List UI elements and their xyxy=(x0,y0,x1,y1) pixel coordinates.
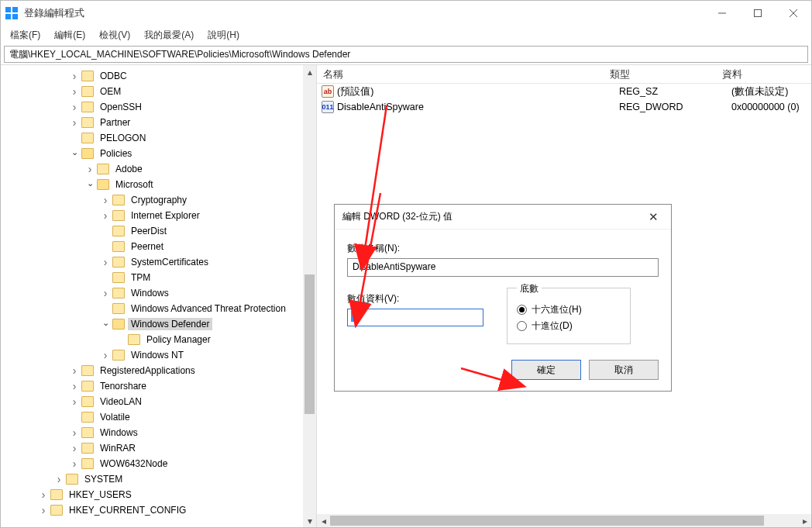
tree-item-volatile[interactable]: ·Volatile xyxy=(1,409,316,425)
tree-item-systemcertificates[interactable]: ›SystemCertificates xyxy=(1,254,316,270)
folder-icon xyxy=(81,458,94,469)
chevron-right-icon[interactable]: › xyxy=(84,163,95,175)
ok-button[interactable]: 確定 xyxy=(511,360,581,380)
tree-item-pelogon[interactable]: ·PELOGON xyxy=(1,130,316,146)
value-name-input[interactable]: DisableAntiSpyware xyxy=(347,258,659,277)
address-bar[interactable]: 電腦\HKEY_LOCAL_MACHINE\SOFTWARE\Policies\… xyxy=(4,46,808,63)
folder-icon xyxy=(128,334,140,345)
tree-item-winrar[interactable]: ›WinRAR xyxy=(1,440,316,456)
title-bar: 登錄編輯程式 xyxy=(1,1,811,26)
chevron-down-icon[interactable]: ⌄ xyxy=(84,178,95,188)
list-row[interactable]: ab(預設值)REG_SZ(數值未設定) xyxy=(317,84,811,99)
tree-item-windows[interactable]: ›Windows xyxy=(1,285,316,301)
tree-item-peernet[interactable]: ·Peernet xyxy=(1,239,316,254)
col-name[interactable]: 名稱 xyxy=(317,65,604,83)
tree-item-policies[interactable]: ⌄Policies xyxy=(1,146,316,161)
close-button[interactable] xyxy=(776,1,811,26)
chevron-right-icon[interactable]: › xyxy=(69,70,80,82)
spacer: · xyxy=(69,133,80,143)
list-cell-name: (預設值) xyxy=(337,85,619,98)
chevron-right-icon[interactable]: › xyxy=(69,101,80,113)
chevron-right-icon[interactable]: › xyxy=(69,426,80,439)
list-row[interactable]: 011DisableAntiSpywareREG_DWORD0x00000000… xyxy=(317,99,811,115)
chevron-right-icon[interactable]: › xyxy=(100,209,111,222)
chevron-right-icon[interactable]: › xyxy=(69,116,80,129)
chevron-down-icon[interactable]: ⌄ xyxy=(69,147,80,157)
folder-icon xyxy=(112,288,125,299)
tree-item-microsoft[interactable]: ⌄Microsoft xyxy=(1,177,316,192)
tree-item-partner[interactable]: ›Partner xyxy=(1,115,316,130)
tree-item-windows-defender[interactable]: ⌄Windows Defender xyxy=(1,316,316,332)
minimize-button[interactable] xyxy=(704,1,740,26)
radio-hex[interactable]: 十六進位(H) xyxy=(517,303,621,316)
folder-icon xyxy=(81,86,94,97)
chevron-right-icon[interactable]: › xyxy=(69,395,80,408)
hscroll-left-icon[interactable]: ◂ xyxy=(317,514,330,527)
chevron-right-icon[interactable]: › xyxy=(38,488,49,501)
tree-item-windows-advanced-threat-protection[interactable]: ·Windows Advanced Threat Protection xyxy=(1,301,316,316)
cancel-button[interactable]: 取消 xyxy=(589,360,659,380)
tree-item-windows-nt[interactable]: ›Windows NT xyxy=(1,347,316,363)
chevron-right-icon[interactable]: › xyxy=(69,364,80,377)
chevron-right-icon[interactable]: › xyxy=(69,85,80,98)
tree-scrollbar[interactable]: ▴ ▾ xyxy=(303,65,316,527)
chevron-right-icon[interactable]: › xyxy=(69,457,80,470)
menu-view[interactable]: 檢視(V) xyxy=(98,27,132,43)
tree-item-wow6432node[interactable]: ›WOW6432Node xyxy=(1,456,316,471)
radio-dec[interactable]: 十進位(D) xyxy=(517,319,621,333)
tree-item-label: RegisteredApplications xyxy=(97,364,198,377)
scroll-thumb[interactable] xyxy=(304,274,315,414)
maximize-button[interactable] xyxy=(740,1,776,26)
spacer: · xyxy=(100,304,111,313)
tree-item-internet-explorer[interactable]: ›Internet Explorer xyxy=(1,208,316,223)
list-cell-data: 0x00000000 (0) xyxy=(731,102,811,112)
scroll-up-icon[interactable]: ▴ xyxy=(303,65,316,78)
radio-hex-icon xyxy=(517,305,527,315)
tree-item-cryptography[interactable]: ›Cryptography xyxy=(1,192,316,208)
tree-item-tenorshare[interactable]: ›Tenorshare xyxy=(1,378,316,394)
tree-item-registeredapplications[interactable]: ›RegisteredApplications xyxy=(1,363,316,378)
tree-item-openssh[interactable]: ›OpenSSH xyxy=(1,99,316,115)
tree-item-odbc[interactable]: ›ODBC xyxy=(1,68,316,84)
dialog-titlebar: 編輯 DWORD (32-位元) 值 ✕ xyxy=(335,205,671,229)
tree-item-oem[interactable]: ›OEM xyxy=(1,84,316,99)
chevron-right-icon[interactable]: › xyxy=(100,287,111,299)
chevron-right-icon[interactable]: › xyxy=(100,194,111,206)
spacer: · xyxy=(115,335,126,344)
value-data-input[interactable]: 1 xyxy=(347,309,483,326)
scroll-down-icon[interactable]: ▾ xyxy=(303,514,316,527)
menu-edit[interactable]: 編輯(E) xyxy=(53,27,87,43)
menu-favorites[interactable]: 我的最愛(A) xyxy=(143,27,195,43)
tree-item-label: Volatile xyxy=(97,411,133,423)
chevron-right-icon[interactable]: › xyxy=(69,442,80,454)
menu-file[interactable]: 檔案(F) xyxy=(9,27,42,43)
tree-item-label: Cryptography xyxy=(128,194,190,206)
tree-item-hkey-current-config[interactable]: ›HKEY_CURRENT_CONFIG xyxy=(1,502,316,518)
radio-dec-icon xyxy=(517,321,527,331)
tree-item-policy-manager[interactable]: ·Policy Manager xyxy=(1,332,316,347)
tree-item-hkey-users[interactable]: ›HKEY_USERS xyxy=(1,487,316,502)
col-data[interactable]: 資料 xyxy=(716,65,811,83)
tree-pane[interactable]: ›ODBC›OEM›OpenSSH›Partner·PELOGON⌄Polici… xyxy=(1,65,317,527)
hscroll-thumb[interactable] xyxy=(330,516,764,526)
tree-item-system[interactable]: ›SYSTEM xyxy=(1,471,316,487)
chevron-down-icon[interactable]: ⌄ xyxy=(100,318,111,328)
folder-icon xyxy=(81,427,94,438)
tree-item-windows[interactable]: ›Windows xyxy=(1,425,316,440)
chevron-right-icon[interactable]: › xyxy=(100,349,111,361)
tree-item-adobe[interactable]: ›Adobe xyxy=(1,161,316,177)
tree-item-videolan[interactable]: ›VideoLAN xyxy=(1,394,316,409)
chevron-right-icon[interactable]: › xyxy=(100,256,111,268)
chevron-right-icon[interactable]: › xyxy=(38,504,49,516)
list-hscrollbar[interactable]: ◂ ▸ xyxy=(317,514,811,527)
folder-icon xyxy=(112,272,125,283)
col-type[interactable]: 類型 xyxy=(604,65,716,83)
chevron-right-icon[interactable]: › xyxy=(69,380,80,392)
dialog-close-button[interactable]: ✕ xyxy=(644,209,663,226)
tree-item-tpm[interactable]: ·TPM xyxy=(1,270,316,285)
tree-item-peerdist[interactable]: ·PeerDist xyxy=(1,223,316,239)
chevron-right-icon[interactable]: › xyxy=(53,473,64,485)
hscroll-right-icon[interactable]: ▸ xyxy=(798,514,811,527)
tree-item-label: Policies xyxy=(97,147,135,160)
menu-help[interactable]: 說明(H) xyxy=(206,27,241,43)
